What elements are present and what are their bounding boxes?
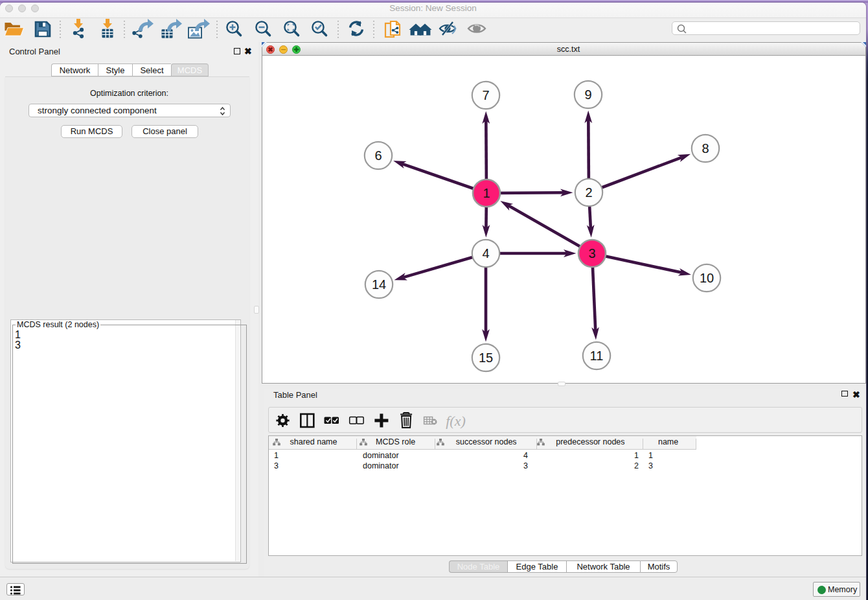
svg-text:9: 9 bbox=[584, 87, 591, 102]
svg-text:8: 8 bbox=[702, 141, 709, 156]
svg-text:7: 7 bbox=[482, 88, 489, 102]
svg-text:6: 6 bbox=[374, 148, 382, 163]
svg-text:14: 14 bbox=[372, 277, 386, 292]
svg-text:3: 3 bbox=[588, 246, 595, 260]
svg-text:10: 10 bbox=[700, 271, 714, 285]
svg-text:f(x): f(x) bbox=[446, 413, 466, 429]
svg-text:1: 1 bbox=[483, 186, 490, 200]
svg-text:4: 4 bbox=[482, 246, 489, 260]
svg-text:11: 11 bbox=[590, 349, 604, 363]
svg-text:2: 2 bbox=[585, 185, 592, 200]
svg-text:15: 15 bbox=[479, 351, 493, 365]
